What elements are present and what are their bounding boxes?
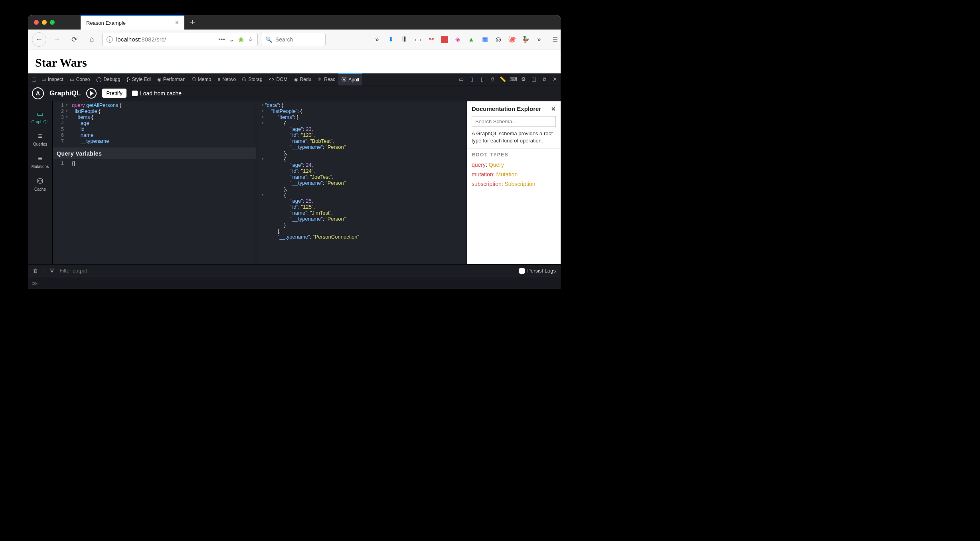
devtools-tab-storag[interactable]: ⛁Storag bbox=[239, 73, 265, 85]
devtools-tab-performan[interactable]: ◉Performan bbox=[154, 73, 189, 85]
ext-icon-1[interactable] bbox=[441, 36, 448, 43]
sidebar-item-graphiql[interactable]: ▭GraphiQL bbox=[28, 105, 52, 128]
root-type-mutation[interactable]: mutation: Mutation bbox=[472, 171, 556, 178]
clear-icon[interactable]: 🗑 bbox=[33, 268, 38, 274]
graphql-icon[interactable]: ◈ bbox=[454, 36, 462, 43]
devtools-tabs: ⬚ ▭Inspect▭Conso◯Debugg{}Style Edi◉Perfo… bbox=[28, 73, 561, 85]
search-icon: 🔍 bbox=[265, 36, 272, 43]
devtools-tab-inspect[interactable]: ▭Inspect bbox=[38, 73, 67, 85]
console-prompt[interactable]: ≫ bbox=[28, 277, 561, 289]
sidebar-item-cache[interactable]: ⛁Cache bbox=[28, 173, 52, 195]
load-from-cache-checkbox[interactable]: Load from cache bbox=[132, 90, 182, 97]
link-icon[interactable]: ⚯ bbox=[427, 36, 435, 43]
query-editor[interactable]: 1▾2▾3▾4567 query getAllPersons { listPeo… bbox=[53, 101, 256, 148]
camera-icon[interactable]: ⎙ bbox=[489, 76, 496, 83]
pocket-icon[interactable]: ⌄ bbox=[229, 36, 234, 43]
apollo-logo-icon: A bbox=[32, 87, 44, 99]
query-variables-header[interactable]: Query Variables bbox=[53, 148, 256, 159]
close-docs-icon[interactable]: ✕ bbox=[551, 106, 556, 112]
root-type-query[interactable]: query: Query bbox=[472, 162, 556, 168]
grid-icon[interactable]: ▦ bbox=[481, 36, 489, 43]
prettify-button[interactable]: Prettify bbox=[102, 89, 126, 98]
apollo-header: A GraphiQL Prettify Load from cache bbox=[28, 85, 561, 101]
page-content: Star Wars bbox=[28, 49, 561, 73]
sidebar-item-mutations[interactable]: ≡Mutations bbox=[28, 150, 52, 173]
devtools-tab-redu[interactable]: ◉Redu bbox=[291, 73, 315, 85]
minimize-window-icon[interactable] bbox=[42, 20, 47, 25]
doc-description: A GraphQL schema provides a root type fo… bbox=[467, 130, 561, 148]
close-tab-icon[interactable]: × bbox=[175, 19, 179, 26]
root-type-subscription[interactable]: subscription: Subscription bbox=[472, 181, 556, 187]
divider: | bbox=[43, 268, 45, 274]
eye-icon[interactable]: ◎ bbox=[494, 36, 502, 43]
tab-title: Reason Example bbox=[86, 20, 126, 26]
doc-title: Documentation Explorer bbox=[472, 105, 541, 112]
new-tab-button[interactable]: + bbox=[184, 17, 201, 28]
ext-icon-3[interactable]: 🦆 bbox=[522, 36, 530, 43]
dock-icon[interactable]: ▯ bbox=[468, 76, 475, 83]
result-pane[interactable]: ▾"data": {▾"listPeople": {▾"items": [▾{"… bbox=[256, 101, 467, 264]
query-variables-editor[interactable]: 1 {} bbox=[53, 159, 256, 264]
overflow-icon[interactable]: » bbox=[373, 36, 381, 43]
root-types-heading: ROOT TYPES bbox=[472, 152, 556, 158]
search-box[interactable]: 🔍 Search bbox=[261, 33, 326, 46]
library-icon[interactable]: 𝄃𝄃 bbox=[400, 36, 408, 43]
search-placeholder: Search bbox=[275, 36, 293, 43]
checkbox-icon bbox=[519, 268, 525, 274]
graphiql-label: GraphiQL bbox=[49, 89, 81, 97]
devtools-tab-apoll[interactable]: ⒶApoll bbox=[338, 73, 362, 85]
ext-icon-2[interactable]: ▲ bbox=[467, 36, 475, 43]
more-icon[interactable]: ••• bbox=[218, 36, 225, 43]
persist-logs-checkbox[interactable]: Persist Logs bbox=[519, 268, 556, 274]
responsive-icon[interactable]: ▭ bbox=[458, 76, 465, 83]
devtools: ⬚ ▭Inspect▭Conso◯Debugg{}Style Edi◉Perfo… bbox=[28, 73, 561, 289]
tab-bar: Reason Example × + bbox=[28, 15, 561, 30]
schema-search-input[interactable] bbox=[472, 116, 556, 127]
phone-icon[interactable]: ▯ bbox=[478, 76, 486, 83]
reload-button[interactable]: ⟳ bbox=[67, 32, 81, 47]
devtools-tab-netwo[interactable]: ≡Netwo bbox=[214, 73, 239, 85]
documentation-explorer: Documentation Explorer ✕ A GraphQL schem… bbox=[467, 101, 561, 264]
back-button[interactable]: ← bbox=[32, 32, 46, 47]
extensions: » ⬇ 𝄃𝄃 ▭ ⚯ ◈ ▲ ▦ ◎ 🐙 🦆 » ☰ bbox=[373, 36, 557, 43]
download-icon[interactable]: ⬇ bbox=[387, 36, 395, 43]
home-button[interactable]: ⌂ bbox=[85, 32, 99, 47]
console-footer: 🗑 | ∇ Persist Logs bbox=[28, 264, 561, 277]
url-bar[interactable]: i localhost:8082/src/ ••• ⌄ ◉ ☆ bbox=[102, 33, 258, 46]
devtools-tab-style edi[interactable]: {}Style Edi bbox=[123, 73, 154, 85]
keyboard-icon[interactable]: ⌨ bbox=[510, 76, 517, 83]
devtools-tab-debugg[interactable]: ◯Debugg bbox=[93, 73, 123, 85]
filter-icon[interactable]: ∇ bbox=[50, 268, 54, 274]
ruler-icon[interactable]: 📏 bbox=[499, 76, 506, 83]
sidebar-item-queries[interactable]: ≡Queries bbox=[28, 128, 52, 150]
devtools-tab-conso[interactable]: ▭Conso bbox=[67, 73, 93, 85]
close-devtools-icon[interactable]: ✕ bbox=[551, 76, 558, 83]
checkbox-icon bbox=[132, 91, 138, 96]
browser-tab[interactable]: Reason Example × bbox=[81, 15, 184, 30]
maximize-window-icon[interactable] bbox=[50, 20, 55, 25]
devtools-tab-reac[interactable]: ⚛Reac bbox=[314, 73, 338, 85]
url-text: localhost:8082/src/ bbox=[116, 36, 166, 43]
shield-icon[interactable]: ◉ bbox=[238, 36, 244, 43]
reader-icon[interactable]: ▭ bbox=[414, 36, 422, 43]
devtools-tab-dom[interactable]: <>DOM bbox=[266, 73, 291, 85]
info-icon[interactable]: i bbox=[107, 36, 113, 43]
forward-button[interactable]: → bbox=[49, 32, 64, 47]
overflow2-icon[interactable]: » bbox=[535, 36, 543, 43]
bookmark-star-icon[interactable]: ☆ bbox=[248, 36, 253, 43]
close-window-icon[interactable] bbox=[34, 20, 39, 25]
gear-icon[interactable]: ⚙ bbox=[520, 76, 527, 83]
execute-button[interactable] bbox=[86, 88, 97, 99]
devtools-tab-memo[interactable]: ⎔Memo bbox=[189, 73, 214, 85]
window-controls bbox=[28, 20, 61, 25]
octo-icon[interactable]: 🐙 bbox=[508, 36, 516, 43]
page-heading: Star Wars bbox=[35, 56, 553, 69]
menu-icon[interactable]: ☰ bbox=[549, 36, 557, 43]
filter-input[interactable] bbox=[59, 268, 514, 274]
inspect-picker-icon[interactable]: ⬚ bbox=[30, 76, 38, 83]
split-icon[interactable]: ◫ bbox=[530, 76, 537, 83]
toolbar: ← → ⟳ ⌂ i localhost:8082/src/ ••• ⌄ ◉ ☆ … bbox=[28, 30, 561, 49]
apollo-sidebar: ▭GraphiQL≡Queries≡Mutations⛁Cache bbox=[28, 101, 53, 264]
popout-icon[interactable]: ⧉ bbox=[541, 76, 548, 83]
